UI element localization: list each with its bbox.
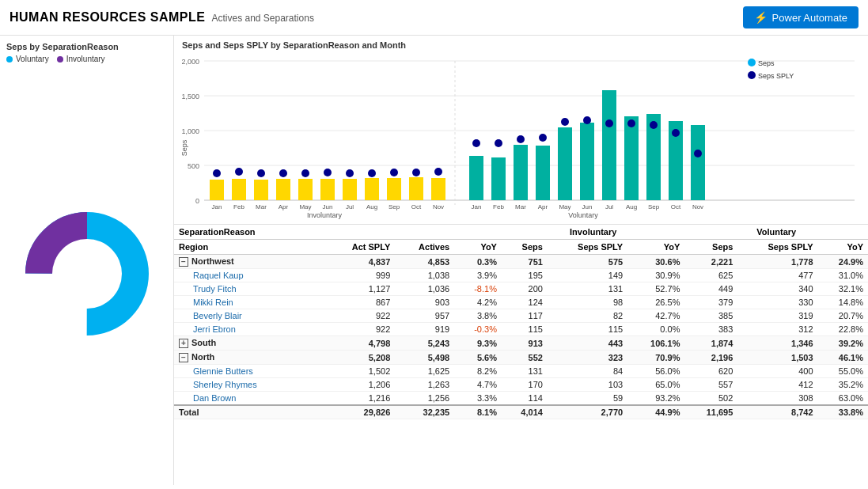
inv_yoy-cell: 42.7% bbox=[627, 309, 684, 323]
power-automate-label: Power Automate bbox=[772, 12, 847, 24]
sub-row: Trudy Fitch1,1271,036-8.1%20013152.7%449… bbox=[174, 282, 868, 296]
svg-text:Nov: Nov bbox=[692, 203, 703, 210]
act_sply-cell: 4,837 bbox=[325, 255, 396, 269]
svg-text:Aug: Aug bbox=[626, 203, 637, 210]
bar-vol-feb bbox=[491, 157, 506, 200]
actives-cell: 1,038 bbox=[395, 269, 454, 282]
toggle-icon[interactable]: + bbox=[179, 339, 188, 348]
total-vol_seps_sply: 8,742 bbox=[737, 405, 817, 419]
toggle-icon[interactable]: − bbox=[179, 353, 188, 362]
svg-text:Seps: Seps bbox=[758, 59, 775, 67]
region-cell: Mikki Rein bbox=[174, 296, 325, 309]
inv_seps_sply-cell: 98 bbox=[548, 296, 627, 309]
svg-text:2,000: 2,000 bbox=[182, 58, 199, 66]
yoy1-cell: -0.3% bbox=[454, 323, 502, 336]
yoy1-cell: 3.3% bbox=[454, 392, 502, 406]
inv_yoy-cell: 93.2% bbox=[627, 392, 684, 406]
svg-text:Jan: Jan bbox=[472, 203, 482, 210]
svg-text:Nov: Nov bbox=[433, 203, 444, 210]
yoy1-cell: -8.1% bbox=[454, 282, 502, 296]
vol_seps_sply-cell: 1,778 bbox=[737, 255, 817, 269]
involuntary-dot bbox=[57, 56, 63, 63]
region-cell: Jerri Ebron bbox=[174, 323, 325, 336]
region-cell: Sherley Rhymes bbox=[174, 378, 325, 392]
svg-text:Jul: Jul bbox=[346, 203, 354, 210]
actives-cell: 903 bbox=[395, 296, 454, 309]
yoy1-cell: 5.6% bbox=[454, 351, 502, 365]
total-actives: 32,235 bbox=[395, 405, 454, 419]
involuntary-header: Involuntary bbox=[502, 225, 684, 240]
total-yoy1: 8.1% bbox=[454, 405, 502, 419]
dot-inv-apr bbox=[279, 169, 287, 177]
vol_seps-cell: 449 bbox=[684, 282, 737, 296]
region-cell: Dan Brown bbox=[174, 392, 325, 406]
act_sply-cell: 922 bbox=[325, 309, 396, 323]
vol_seps-cell: 1,874 bbox=[684, 336, 737, 351]
bar-inv-feb bbox=[232, 179, 246, 200]
power-automate-button[interactable]: ⚡ Power Automate bbox=[743, 6, 859, 28]
chart-title: Seps and Seps SPLY by SeparationReason a… bbox=[182, 40, 860, 50]
chart-wrapper: 2,000 1,500 1,000 500 0 Seps bbox=[182, 53, 860, 219]
bar-vol-may bbox=[558, 127, 572, 200]
donut-container bbox=[6, 68, 167, 479]
page-subtitle: Actives and Separations bbox=[211, 13, 313, 24]
svg-text:Jun: Jun bbox=[582, 203, 593, 210]
vol_seps_sply-cell: 308 bbox=[737, 392, 817, 406]
inv_seps_sply-cell: 115 bbox=[548, 323, 627, 336]
table-section[interactable]: SeparationReason Involuntary Voluntary R… bbox=[174, 225, 868, 485]
bar-inv-sep bbox=[387, 178, 401, 200]
bar-inv-aug bbox=[365, 178, 379, 200]
sub-row: Glennie Butters1,5021,6258.2%1318456.0%6… bbox=[174, 365, 868, 378]
dot-inv-nov bbox=[434, 168, 442, 176]
actives-cell: 1,625 bbox=[395, 365, 454, 378]
bar-chart-svg: 2,000 1,500 1,000 500 0 Seps bbox=[182, 53, 862, 219]
power-automate-icon: ⚡ bbox=[754, 11, 768, 24]
toggle-icon[interactable]: − bbox=[179, 257, 188, 267]
svg-point-2 bbox=[52, 239, 122, 309]
vol_yoy-cell: 32.1% bbox=[818, 282, 868, 296]
svg-point-42 bbox=[748, 71, 756, 79]
actives-cell: 4,853 bbox=[395, 255, 454, 269]
blank-header bbox=[325, 225, 502, 240]
vol-seps-col-header: Seps bbox=[684, 240, 737, 255]
dot-vol-feb bbox=[495, 139, 502, 147]
sub-row: Mikki Rein8679034.2%1249826.5%37933014.8… bbox=[174, 296, 868, 309]
inv_seps-cell: 114 bbox=[502, 392, 548, 406]
total-region: Total bbox=[174, 405, 325, 419]
inv_yoy-cell: 52.7% bbox=[627, 282, 684, 296]
vol_yoy-cell: 24.9% bbox=[818, 255, 868, 269]
yoy1-cell: 8.2% bbox=[454, 365, 502, 378]
yoy1-cell: 0.3% bbox=[454, 255, 502, 269]
vol_yoy-cell: 46.1% bbox=[818, 351, 868, 365]
sub-row: Sherley Rhymes1,2061,2634.7%17010365.0%5… bbox=[174, 378, 868, 392]
region-cell: Glennie Butters bbox=[174, 365, 325, 378]
dot-vol-jan bbox=[472, 139, 480, 147]
header: HUMAN RESOURCES SAMPLE Actives and Separ… bbox=[0, 0, 868, 36]
inv_seps-cell: 195 bbox=[502, 269, 548, 282]
dot-inv-aug bbox=[368, 169, 376, 177]
inv_yoy-cell: 70.9% bbox=[627, 351, 684, 365]
act_sply-cell: 1,127 bbox=[325, 282, 396, 296]
svg-text:Seps SPLY: Seps SPLY bbox=[758, 72, 794, 80]
inv_seps-cell: 131 bbox=[502, 365, 548, 378]
bar-vol-nov bbox=[691, 125, 705, 200]
vol-yoy-col-header: YoY bbox=[818, 240, 868, 255]
svg-text:500: 500 bbox=[188, 162, 199, 170]
dot-vol-nov bbox=[694, 150, 702, 157]
inv_seps-cell: 751 bbox=[502, 255, 548, 269]
svg-text:1,000: 1,000 bbox=[182, 127, 199, 135]
vol_yoy-cell: 31.0% bbox=[818, 269, 868, 282]
total-vol_yoy: 33.8% bbox=[818, 405, 868, 419]
donut-chart bbox=[24, 210, 150, 337]
inv_seps-cell: 124 bbox=[502, 296, 548, 309]
vol_yoy-cell: 35.2% bbox=[818, 378, 868, 392]
table-body: −Northwest4,8374,8530.3%75157530.6%2,221… bbox=[174, 255, 868, 419]
voluntary-dot bbox=[6, 56, 13, 63]
dot-inv-jan bbox=[213, 169, 221, 177]
actives-cell: 5,498 bbox=[395, 351, 454, 365]
vol_seps_sply-cell: 319 bbox=[737, 309, 817, 323]
involuntary-label: Involuntary bbox=[66, 55, 105, 63]
svg-text:Feb: Feb bbox=[233, 203, 244, 210]
dot-inv-jul bbox=[346, 169, 354, 177]
svg-text:0: 0 bbox=[195, 197, 199, 205]
